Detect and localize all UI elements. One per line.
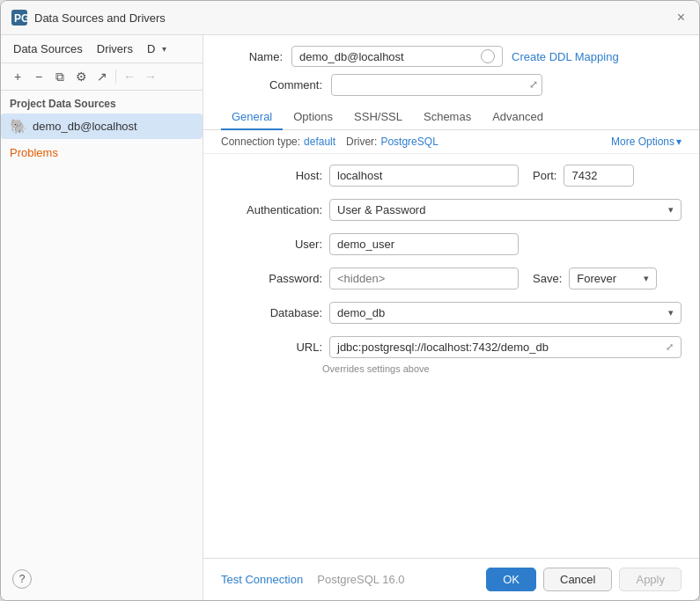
sidebar-tabs: Data Sources Drivers D ▾	[1, 35, 203, 63]
remove-button[interactable]: −	[29, 67, 48, 86]
help-button[interactable]: ?	[12, 569, 32, 589]
name-status-circle	[481, 49, 495, 63]
svg-text:PG: PG	[14, 12, 27, 25]
test-connection-button[interactable]: Test Connection	[221, 573, 303, 586]
port-input[interactable]	[564, 165, 634, 187]
auth-chevron-icon: ▾	[668, 204, 674, 216]
connection-info: Connection type: default Driver: Postgre…	[203, 130, 699, 154]
tab-ssh-ssl[interactable]: SSH/SSL	[343, 105, 413, 130]
tab-data-sources[interactable]: Data Sources	[8, 40, 88, 57]
url-label: URL:	[221, 341, 322, 354]
auth-value: User & Password	[337, 203, 425, 216]
comment-row: Comment: ⤢	[221, 74, 682, 96]
export-button[interactable]: ↗	[92, 67, 112, 86]
tab-schemas[interactable]: Schemas	[413, 105, 482, 130]
save-label: Save:	[533, 272, 562, 285]
name-label: Name:	[221, 50, 283, 63]
driver-label: Driver:	[346, 136, 377, 148]
url-note: Overrides settings above	[322, 363, 682, 374]
back-button[interactable]: ←	[120, 67, 139, 86]
create-ddl-link[interactable]: Create DDL Mapping	[512, 50, 619, 63]
host-row: Host: Port:	[221, 165, 682, 187]
app-icon: PG	[11, 10, 27, 26]
form-area: Host: Port: Authentication: User & Passw…	[203, 154, 699, 558]
chevron-down-icon: ▾	[676, 136, 682, 148]
sidebar-section-header: Project Data Sources	[1, 91, 203, 114]
ok-button[interactable]: OK	[486, 568, 536, 591]
connection-type-value[interactable]: default	[304, 136, 335, 148]
tab-options[interactable]: Options	[283, 105, 343, 130]
url-input-wrap: jdbc:postgresql://localhost:7432/demo_db…	[329, 336, 682, 358]
password-row: Password: Save: Forever ▾	[221, 268, 682, 290]
cancel-button[interactable]: Cancel	[543, 568, 612, 591]
pg-version-label: PostgreSQL 16.0	[317, 573, 404, 586]
user-label: User:	[221, 238, 322, 251]
sidebar-item-label: demo_db@localhost	[33, 120, 137, 133]
url-value: jdbc:postgresql://localhost:7432/demo_db	[337, 341, 662, 354]
database-row: Database: demo_db ▾	[221, 302, 682, 324]
tabs-bar: General Options SSH/SSL Schemas Advanced	[203, 105, 699, 130]
db-chevron-icon: ▾	[668, 307, 674, 319]
dialog: PG Data Sources and Drivers × Data Sourc…	[0, 0, 700, 601]
title-bar: PG Data Sources and Drivers ×	[1, 1, 699, 35]
close-button[interactable]: ×	[674, 8, 689, 27]
save-value: Forever	[577, 272, 616, 285]
auth-dropdown[interactable]: User & Password ▾	[329, 199, 682, 221]
sidebar: Data Sources Drivers D ▾ + − ⧉ ⚙ ↗ ← → P…	[1, 35, 203, 600]
footer-buttons: OK Cancel Apply	[486, 568, 682, 591]
password-label: Password:	[221, 272, 322, 285]
database-label: Database:	[221, 306, 322, 319]
name-input-wrap	[291, 46, 503, 67]
expand-icon[interactable]: ⤢	[529, 78, 538, 91]
database-dropdown[interactable]: demo_db ▾	[329, 302, 682, 324]
sidebar-toolbar: + − ⧉ ⚙ ↗ ← →	[1, 63, 203, 91]
driver-value[interactable]: PostgreSQL	[380, 136, 438, 148]
chevron-down-icon: ▾	[162, 44, 166, 54]
name-input[interactable]	[299, 50, 477, 63]
apply-button[interactable]: Apply	[619, 568, 682, 591]
footer: Test Connection PostgreSQL 16.0 OK Cance…	[203, 558, 699, 600]
connection-type-label: Connection type:	[221, 136, 300, 148]
forward-button[interactable]: →	[141, 67, 160, 86]
comment-input-wrap: ⤢	[331, 74, 542, 96]
host-input[interactable]	[329, 165, 519, 187]
tab-drivers[interactable]: Drivers	[92, 40, 138, 57]
password-input[interactable]	[329, 268, 519, 290]
content-header: Name: Create DDL Mapping Comment: ⤢	[203, 35, 699, 105]
more-options-button[interactable]: More Options ▾	[611, 136, 682, 148]
name-row: Name: Create DDL Mapping	[221, 46, 682, 67]
user-input[interactable]	[329, 233, 519, 255]
main-area: Data Sources Drivers D ▾ + − ⧉ ⚙ ↗ ← → P…	[1, 35, 699, 600]
database-value: demo_db	[337, 306, 385, 319]
settings-button[interactable]: ⚙	[71, 67, 91, 86]
content-area: Name: Create DDL Mapping Comment: ⤢	[203, 35, 699, 600]
add-button[interactable]: +	[8, 67, 27, 86]
url-expand-icon[interactable]: ⤢	[666, 341, 674, 353]
toolbar-separator	[115, 70, 116, 84]
save-chevron-icon: ▾	[644, 273, 649, 284]
copy-button[interactable]: ⧉	[50, 67, 70, 86]
window-title: Data Sources and Drivers	[34, 11, 674, 25]
tab-advanced[interactable]: Advanced	[482, 105, 554, 130]
port-label: Port:	[533, 169, 556, 182]
user-row: User:	[221, 233, 682, 255]
url-row: URL: jdbc:postgresql://localhost:7432/de…	[221, 336, 682, 358]
comment-label: Comment:	[221, 78, 322, 92]
sidebar-item-demo-db[interactable]: 🐘 demo_db@localhost	[1, 114, 203, 139]
db-icon: 🐘	[10, 118, 27, 135]
auth-label: Authentication:	[221, 203, 322, 216]
tab-general[interactable]: General	[221, 105, 283, 130]
auth-row: Authentication: User & Password ▾	[221, 199, 682, 221]
save-dropdown[interactable]: Forever ▾	[569, 268, 657, 290]
tab-d-dropdown[interactable]: D ▾	[142, 40, 166, 57]
sidebar-problems[interactable]: Problems	[1, 139, 203, 166]
host-label: Host:	[221, 169, 322, 182]
comment-input[interactable]	[332, 75, 542, 95]
